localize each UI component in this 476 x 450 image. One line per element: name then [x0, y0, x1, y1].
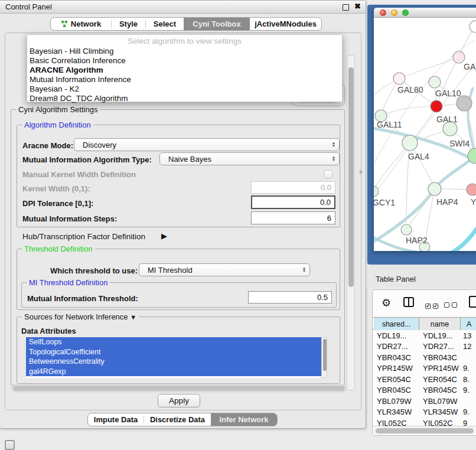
network-view-window[interactable]: GAL GAL80 GAL10 GAL11 GAL1 SWI4 GAL4 GCY…: [374, 8, 476, 251]
tab-cyni-toolbox[interactable]: Cyni Toolbox: [184, 18, 250, 30]
mi-type-value: Naive Bayes: [160, 155, 328, 164]
column-header-partial[interactable]: A: [461, 318, 476, 330]
table-row[interactable]: YLR345W YLR345W 9.: [374, 407, 476, 418]
algorithm-option[interactable]: Dream8 DC_TDC Algorithm: [27, 94, 342, 103]
which-threshold-combo[interactable]: MI Threshold ▲▼: [139, 263, 310, 276]
settings-hscrollbar-thumb[interactable]: [13, 386, 345, 391]
network-nodes: [374, 21, 476, 251]
dpi-tolerance-value: 0.0: [320, 198, 331, 207]
settings-hscrollbar[interactable]: [12, 384, 346, 392]
tab-infer-network[interactable]: Infer Network: [211, 413, 277, 426]
collapsed-panel-icon[interactable]: [5, 440, 15, 450]
screen: Control Panel ✖ Network Style Select: [0, 0, 476, 450]
table-hscrollbar-thumb[interactable]: [376, 428, 474, 433]
table-row[interactable]: YER054C YER054C 8.: [374, 374, 476, 385]
expand-arrow-icon[interactable]: ▶: [161, 231, 167, 240]
control-panel-tabbar: Network Style Select Cyni Toolbox jActiv…: [50, 17, 322, 31]
table-panel-title: Table Panel: [366, 275, 416, 288]
tab-discretize-data[interactable]: Discretize Data: [144, 413, 211, 426]
tab-infer-network-label: Infer Network: [219, 415, 268, 424]
list-item[interactable]: TopologicalCoefficient: [26, 347, 321, 357]
aracne-mode-combo[interactable]: Discovery ▲▼: [74, 138, 340, 151]
algorithm-option[interactable]: Bayesian - Hill Climbing: [27, 47, 342, 56]
node-gal4[interactable]: [402, 135, 418, 151]
document-icon[interactable]: [469, 296, 476, 308]
svg-text:GAL80: GAL80: [397, 85, 423, 94]
attributes-scrollbar[interactable]: [321, 337, 327, 378]
table-row[interactable]: YBL079W YBL079W: [374, 396, 476, 407]
node-salmon[interactable]: [467, 184, 476, 195]
table-row[interactable]: YBR043C YBR043C: [374, 352, 476, 363]
apply-button[interactable]: Apply: [158, 394, 200, 407]
control-panel-title: Control Panel: [0, 2, 52, 11]
mi-threshold-field[interactable]: 0.5: [248, 291, 332, 304]
list-item[interactable]: gal4RGexp: [26, 367, 321, 377]
svg-text:HAP4: HAP4: [436, 197, 458, 207]
zoom-traffic-light-icon[interactable]: [402, 9, 409, 16]
tab-discretize-data-label: Discretize Data: [150, 415, 205, 424]
mi-threshold-label: Mutual Information Threshold:: [27, 294, 138, 303]
columns-icon-divider: [408, 298, 409, 306]
table-hscrollbar[interactable]: [373, 426, 476, 436]
node-hap2[interactable]: [401, 224, 412, 235]
table-row[interactable]: YPR145W YPR145W 9.: [374, 363, 476, 374]
gear-icon[interactable]: ⚙: [382, 296, 391, 309]
select-all-icon[interactable]: ✔✔: [425, 299, 438, 310]
algorithm-option[interactable]: Bayesian - K2: [27, 84, 342, 94]
float-window-icon[interactable]: [343, 4, 349, 11]
node[interactable]: [393, 73, 405, 84]
close-icon[interactable]: ✖: [354, 2, 361, 11]
settings-scrollbar-thumb[interactable]: [348, 67, 354, 287]
tab-style[interactable]: Style: [112, 18, 145, 30]
algorithm-option-selected[interactable]: ARACNE Algorithm: [27, 66, 342, 75]
attributes-scrollbar-thumb[interactable]: [323, 339, 327, 371]
list-item[interactable]: SelfLoops: [26, 337, 321, 347]
list-item[interactable]: BetweennessCentrality: [26, 357, 321, 367]
deselect-all-icon[interactable]: [444, 299, 457, 310]
node-gcy1[interactable]: [374, 186, 379, 197]
column-header-shared[interactable]: shared...: [374, 318, 419, 330]
network-canvas[interactable]: GAL GAL80 GAL10 GAL11 GAL1 SWI4 GAL4 GCY…: [374, 18, 476, 251]
tab-impute-data-label: Impute Data: [94, 415, 138, 424]
tab-jactivemnodules-label: jActiveMNodules: [255, 19, 317, 28]
columns-icon[interactable]: [403, 297, 414, 307]
cyni-algorithm-settings-title: Cyni Algorithm Settings: [16, 105, 100, 114]
tab-select[interactable]: Select: [146, 18, 184, 30]
hub-tf-section-label[interactable]: Hub/Transcription Factor Definition: [22, 232, 145, 241]
mi-type-combo[interactable]: Naive Bayes ▲▼: [159, 152, 340, 165]
tab-impute-data[interactable]: Impute Data: [88, 413, 144, 426]
network-view-titlebar[interactable]: [374, 8, 476, 18]
node-gal1-red[interactable]: [431, 100, 442, 112]
control-panel-titlebar[interactable]: Control Panel ✖: [0, 1, 366, 14]
algorithm-option[interactable]: Basic Correlation Inference: [27, 56, 342, 66]
mi-threshold-group-title: MI Threshold Definition: [27, 278, 110, 287]
sources-group-title[interactable]: Sources for Network Inference ▼: [22, 312, 139, 321]
kernel-width-field[interactable]: 0.0: [251, 181, 335, 194]
tab-network[interactable]: Network: [51, 18, 111, 30]
close-traffic-light-icon[interactable]: [380, 9, 386, 16]
dpi-tolerance-field[interactable]: 0.0: [251, 195, 335, 209]
node[interactable]: [429, 76, 441, 88]
table-header-row: shared... name A: [373, 317, 476, 330]
algorithm-option[interactable]: Mutual Information Inference: [27, 75, 342, 84]
splitter-handle[interactable]: [360, 169, 363, 174]
apply-button-label: Apply: [169, 396, 189, 405]
mi-steps-field[interactable]: 6: [251, 211, 335, 224]
table-row[interactable]: YBR045C YBR045C 9.: [374, 385, 476, 396]
table-row[interactable]: YDL19... YDL19... 13: [374, 330, 476, 341]
node[interactable]: [453, 51, 465, 63]
table-row[interactable]: YDR27... YDR27... 12: [374, 341, 476, 353]
node[interactable]: [470, 21, 476, 32]
table-toolbar: ⚙ ✔✔: [373, 290, 476, 317]
settings-scrollbar[interactable]: [347, 55, 355, 390]
manual-kernel-checkbox[interactable]: [324, 170, 332, 178]
algorithm-dropdown-popup: Select algorithm to view settings Bayesi…: [27, 34, 343, 102]
column-header-name[interactable]: name: [419, 318, 461, 330]
node-hap4[interactable]: [428, 182, 441, 195]
minimize-traffic-light-icon[interactable]: [391, 9, 397, 16]
tab-jactivemnodules[interactable]: jActiveMNodules: [250, 18, 321, 30]
kernel-width-label: Kernel Width (0,1):: [22, 184, 90, 193]
svg-text:GAL11: GAL11: [377, 120, 402, 129]
data-attributes-list: SelfLoops TopologicalCoefficient Between…: [26, 337, 321, 378]
tab-select-label: Select: [154, 19, 176, 28]
